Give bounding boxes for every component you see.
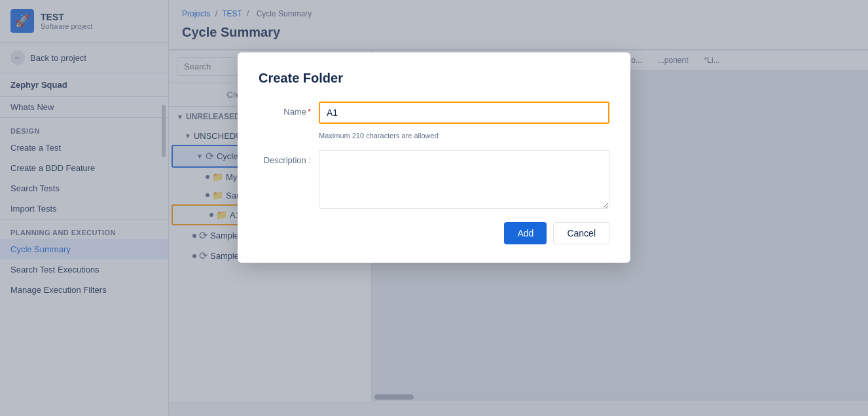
name-form-row: Name*	[259, 102, 609, 124]
cancel-button[interactable]: Cancel	[553, 222, 609, 244]
description-label: Description :	[259, 150, 311, 165]
create-folder-modal: Create Folder Name* Maximum 210 characte…	[238, 52, 630, 263]
name-input[interactable]	[319, 102, 609, 124]
modal-footer: Add Cancel	[259, 222, 609, 244]
required-indicator: *	[308, 107, 311, 117]
modal-overlay: Create Folder Name* Maximum 210 characte…	[0, 0, 868, 416]
modal-title: Create Folder	[259, 71, 609, 86]
char-limit-text: Maximum 210 characters are allowed	[319, 132, 609, 140]
description-input[interactable]	[319, 150, 609, 209]
add-button[interactable]: Add	[504, 222, 547, 244]
name-label: Name*	[259, 102, 311, 117]
description-form-row: Description :	[259, 150, 609, 209]
